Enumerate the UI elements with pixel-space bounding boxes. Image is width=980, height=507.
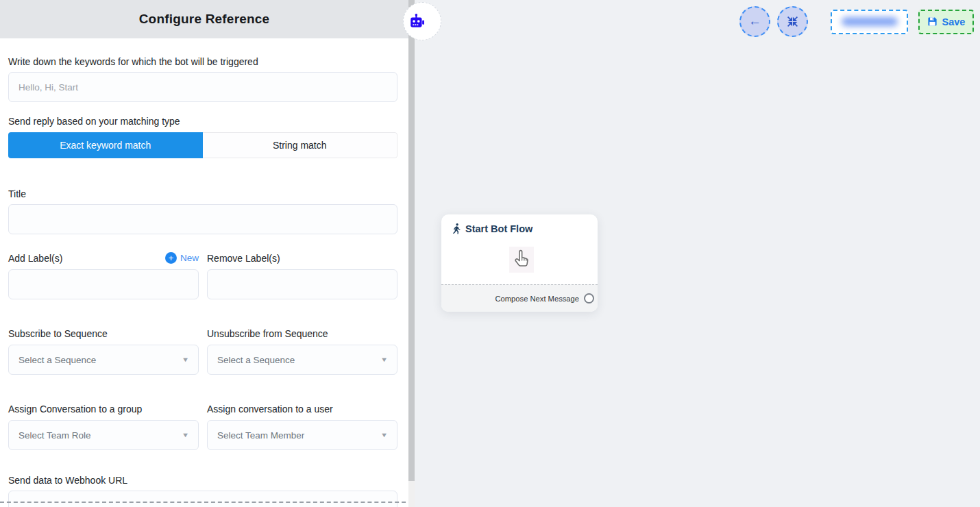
flow-canvas[interactable]: ←	[415, 0, 980, 507]
add-labels-input[interactable]	[8, 269, 199, 299]
webhook-url-label: Send data to Webhook URL	[8, 475, 397, 486]
unsubscribe-sequence-value: Select a Sequence	[217, 355, 295, 365]
blurred-action-button[interactable]	[831, 10, 908, 34]
new-label-text: New	[180, 253, 199, 263]
keywords-label: Write down the keywords for which the bo…	[8, 56, 397, 67]
assign-group-label: Assign Conversation to a group	[8, 404, 199, 415]
tab-string-match[interactable]: String match	[203, 132, 398, 158]
back-arrow-icon: ←	[748, 14, 761, 27]
save-floppy-icon	[927, 16, 938, 27]
hand-cursor	[509, 247, 534, 273]
unsubscribe-sequence-label: Unsubscribe from Sequence	[207, 328, 397, 339]
hand-pointer-icon	[513, 249, 530, 270]
chevron-down-icon: ▼	[182, 432, 189, 438]
save-button[interactable]: Save	[918, 10, 974, 34]
matching-type-label: Send reply based on your matching type	[8, 116, 397, 127]
panel-scrollbar[interactable]	[408, 0, 415, 507]
save-button-label: Save	[942, 16, 966, 27]
panel-body: Write down the keywords for which the bo…	[0, 38, 408, 507]
robot-icon	[408, 12, 426, 30]
node-footer: Compose Next Message	[441, 284, 598, 312]
chevron-down-icon: ▼	[182, 356, 189, 363]
assign-user-label: Assign conversation to a user	[207, 404, 397, 415]
scrollbar-thumb[interactable]	[408, 0, 415, 481]
keywords-input[interactable]	[8, 72, 397, 102]
unsubscribe-sequence-select[interactable]: Select a Sequence ▼	[207, 345, 397, 375]
blurred-label	[842, 17, 898, 26]
assign-group-select[interactable]: Select Team Role ▼	[8, 420, 199, 450]
app-root: Configure Reference Write down the keywo…	[0, 0, 980, 507]
fit-view-button[interactable]	[777, 6, 808, 37]
configure-reference-panel: Configure Reference Write down the keywo…	[0, 0, 408, 507]
assign-group-value: Select Team Role	[19, 430, 91, 441]
compose-next-message-label: Compose Next Message	[495, 295, 580, 303]
chevron-down-icon: ▼	[380, 432, 388, 438]
start-bot-flow-node[interactable]: Start Bot Flow Compose Next Message	[441, 214, 598, 312]
add-labels-label: Add Label(s)	[8, 253, 62, 264]
panel-resize-divider[interactable]	[0, 502, 408, 503]
compress-arrows-icon	[787, 16, 798, 27]
assign-user-select[interactable]: Select Team Member ▼	[207, 420, 397, 450]
subscribe-sequence-label: Subscribe to Sequence	[8, 328, 199, 339]
matching-type-tabs: Exact keyword match String match	[8, 132, 397, 158]
bot-badge	[403, 2, 441, 40]
connection-handle[interactable]	[584, 293, 594, 304]
subscribe-sequence-select[interactable]: Select a Sequence ▼	[8, 345, 199, 375]
remove-labels-input[interactable]	[207, 269, 397, 299]
plus-icon: +	[165, 252, 177, 264]
subscribe-sequence-value: Select a Sequence	[19, 355, 96, 365]
back-button[interactable]: ←	[739, 6, 770, 37]
webhook-url-input[interactable]	[8, 491, 397, 507]
remove-labels-label: Remove Label(s)	[207, 253, 280, 264]
assign-user-value: Select Team Member	[217, 430, 304, 441]
walking-person-icon	[452, 223, 461, 234]
panel-title: Configure Reference	[139, 12, 270, 27]
panel-header: Configure Reference	[0, 0, 408, 38]
tab-exact-keyword-match[interactable]: Exact keyword match	[8, 132, 203, 158]
node-title: Start Bot Flow	[465, 223, 532, 234]
chevron-down-icon: ▼	[380, 356, 388, 363]
title-label: Title	[8, 188, 397, 199]
canvas-toolbar: ←	[739, 6, 974, 37]
node-header: Start Bot Flow	[441, 214, 598, 234]
title-input[interactable]	[8, 204, 397, 234]
new-label-button[interactable]: + New	[165, 252, 199, 264]
